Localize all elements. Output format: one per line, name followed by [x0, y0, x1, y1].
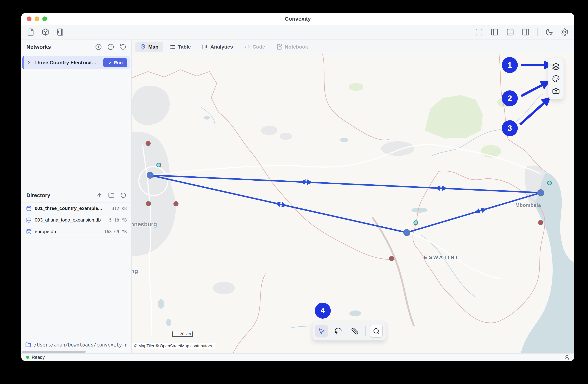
- file-row[interactable]: 003_ghana_togo_expansion.db 5.18 MB: [21, 214, 131, 226]
- titlebar: Convexity: [21, 13, 574, 25]
- tab-analytics-label: Analytics: [210, 44, 233, 50]
- map-canvas[interactable]: [132, 54, 574, 353]
- status-bar: Ready: [21, 353, 574, 361]
- tab-table-label: Table: [178, 44, 191, 50]
- tab-map[interactable]: Map: [135, 42, 163, 52]
- theme-moon-icon[interactable]: [545, 28, 553, 36]
- panel-right-icon[interactable]: [522, 28, 530, 36]
- zoom-search-tool-icon[interactable]: [370, 325, 383, 338]
- bar-chart-icon: [202, 44, 208, 50]
- map-node-south-hub[interactable]: [404, 229, 410, 236]
- database-icon: [26, 206, 32, 211]
- tab-code[interactable]: Code: [239, 42, 270, 52]
- tab-notebook[interactable]: Notebook: [272, 42, 313, 52]
- map-view[interactable]: Mbombela ESWATINI nnesburg ng 30 km © Ma…: [132, 54, 574, 353]
- directory-panel-header: Directory: [21, 188, 131, 203]
- status-text: Ready: [32, 355, 45, 360]
- run-button[interactable]: Run: [103, 58, 127, 68]
- top-toolbar: [21, 25, 574, 40]
- file-row[interactable]: 001_three_country_example... 312 KB: [21, 203, 131, 214]
- settings-gear-icon[interactable]: [561, 28, 569, 36]
- tab-code-label: Code: [252, 44, 265, 50]
- panel-bottom-icon[interactable]: [506, 28, 514, 36]
- file-size: 168.69 MB: [104, 229, 127, 234]
- chevron-right-icon[interactable]: [26, 60, 32, 65]
- tab-analytics[interactable]: Analytics: [197, 42, 238, 52]
- window-title: Convexity: [285, 16, 311, 22]
- minimize-window-button[interactable]: [35, 17, 39, 21]
- zoom-window-button[interactable]: [42, 17, 47, 21]
- horizontal-scrollbar: [21, 350, 131, 353]
- file-size: 312 KB: [112, 206, 127, 211]
- map-node-east-source[interactable]: [547, 181, 551, 185]
- lasso-tool-icon[interactable]: [332, 325, 344, 338]
- user-icon[interactable]: [564, 355, 569, 360]
- fullscreen-icon[interactable]: [475, 28, 483, 36]
- tool-divider: [365, 326, 366, 336]
- directory-title: Directory: [26, 192, 50, 198]
- list-icon: [170, 44, 175, 50]
- database-icon: [26, 217, 32, 223]
- network-item-label: Three Country Electricit...: [34, 60, 101, 66]
- file-name: europe.db: [35, 229, 56, 234]
- map-node-west-sink-se[interactable]: [174, 202, 178, 206]
- map-node-west-source[interactable]: [157, 163, 161, 167]
- map-node-west-sink-north[interactable]: [146, 141, 150, 146]
- file-size: 5.18 MB: [109, 218, 127, 223]
- map-node-south-sink[interactable]: [389, 256, 394, 261]
- new-file-icon[interactable]: [27, 28, 34, 36]
- networks-panel-header: Networks: [21, 40, 131, 54]
- close-window-button[interactable]: [27, 17, 32, 21]
- database-icon: [26, 229, 32, 234]
- ruler-tool-icon[interactable]: [349, 325, 361, 338]
- path-bar: /Users/aman/Downloads/convexity-ne: [21, 339, 131, 350]
- directory-path: /Users/aman/Downloads/convexity-ne: [34, 342, 127, 348]
- view-tabbar: Map Table Analytics: [132, 40, 574, 54]
- map-controls-panel: [548, 58, 564, 99]
- map-pin-icon: [140, 44, 146, 50]
- package-icon[interactable]: [42, 28, 49, 36]
- map-scale-text: 30 km: [180, 332, 191, 336]
- tab-table[interactable]: Table: [165, 42, 195, 52]
- map-node-east-sink[interactable]: [539, 221, 543, 225]
- scrollbar-thumb[interactable]: [22, 351, 86, 353]
- panel-left-icon[interactable]: [491, 28, 499, 36]
- directory-empty-area: [21, 237, 131, 339]
- map-attribution: © MapTiler © OpenStreetMap contributors: [132, 343, 215, 349]
- map-scalebar: 30 km: [172, 332, 193, 337]
- app-window: Convexity: [21, 13, 574, 361]
- open-folder-icon[interactable]: [108, 192, 114, 198]
- map-node-west-sink-sw[interactable]: [146, 202, 151, 206]
- code-icon: [244, 44, 250, 50]
- remove-network-icon[interactable]: [107, 44, 114, 50]
- traffic-lights: [27, 17, 47, 21]
- networks-title: Networks: [26, 44, 51, 50]
- pointer-tool-icon[interactable]: [315, 325, 328, 338]
- map-toolbar: [312, 322, 386, 340]
- refresh-networks-icon[interactable]: [120, 44, 126, 50]
- file-row[interactable]: europe.db 168.69 MB: [21, 226, 131, 237]
- map-node-west-hub[interactable]: [147, 172, 153, 178]
- map-node-south-source[interactable]: [414, 221, 418, 225]
- palette-icon[interactable]: [552, 75, 560, 83]
- camera-icon[interactable]: [552, 87, 560, 95]
- toolbar-divider: [537, 28, 538, 36]
- network-list-item[interactable]: Three Country Electricit... Run: [22, 56, 130, 69]
- add-network-icon[interactable]: [95, 44, 102, 50]
- notebook-pen-icon: [276, 44, 282, 50]
- tab-notebook-label: Notebook: [285, 44, 308, 50]
- folder-icon: [25, 342, 31, 348]
- file-name: 003_ghana_togo_expansion.db: [35, 217, 101, 223]
- status-ready-dot: [26, 356, 29, 359]
- layers-icon[interactable]: [552, 63, 560, 70]
- run-button-label: Run: [113, 60, 123, 66]
- notebook-icon[interactable]: [57, 28, 64, 36]
- file-name: 001_three_country_example...: [35, 205, 102, 211]
- tab-map-label: Map: [148, 44, 158, 50]
- refresh-directory-icon[interactable]: [120, 192, 126, 198]
- sidebar: Networks Three Country El: [21, 40, 132, 353]
- up-directory-icon[interactable]: [96, 192, 103, 198]
- networks-list-area: [21, 69, 131, 188]
- map-node-east-hub[interactable]: [538, 190, 544, 196]
